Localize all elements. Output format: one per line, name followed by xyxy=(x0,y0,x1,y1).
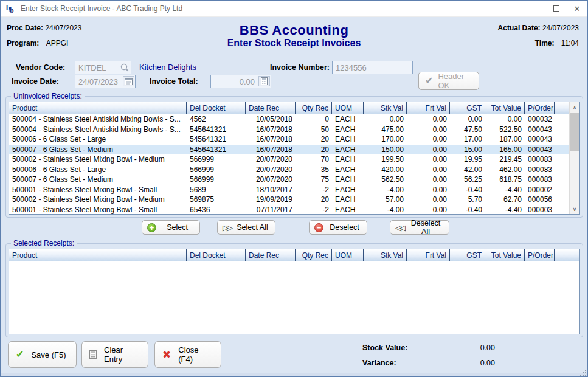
selected-receipts-label: Selected Receipts: xyxy=(11,239,77,247)
calculator-button[interactable] xyxy=(258,76,270,86)
table-cell: 20 xyxy=(296,134,332,145)
column-header-qty-rec[interactable]: Qty Rec xyxy=(296,102,332,114)
table-cell: 20 xyxy=(296,195,332,205)
clear-entry-button-label: Clear Entry xyxy=(104,345,140,364)
uninvoiced-table-body: 500004 - Stainless Steel Antiskid Mixing… xyxy=(9,114,569,214)
window-title: Enter Stock Receipt Invoice - ABC Tradin… xyxy=(21,4,182,13)
save-check-icon: ✔ xyxy=(16,350,24,359)
column-header-frt-val[interactable]: Frt Val xyxy=(407,102,450,114)
table-cell: 20/07/2020 xyxy=(246,175,296,185)
close-x-icon: ✖ xyxy=(162,350,171,360)
table-cell: 000032 xyxy=(525,114,555,125)
time-value: 11:04 xyxy=(561,39,579,47)
deselect-all-button[interactable]: ◁◁ Deselect All xyxy=(390,220,449,235)
save-button-label: Save (F5) xyxy=(31,350,66,359)
table-row[interactable]: 500004 - Stainless Steel Antiskid Mixing… xyxy=(9,114,569,125)
save-button[interactable]: ✔ Save (F5) xyxy=(8,341,77,368)
table-cell: -4.00 xyxy=(364,205,407,215)
maximize-button[interactable] xyxy=(546,1,567,16)
title-bar[interactable]: b b s Enter Stock Receipt Invoice - ABC … xyxy=(1,1,587,17)
select-button[interactable]: + Select xyxy=(142,220,200,235)
table-cell: 618.75 xyxy=(485,175,525,185)
actual-date-label: Actual Date: xyxy=(498,24,541,32)
table-cell: 70 xyxy=(296,154,332,165)
table-cell: 0.00 xyxy=(407,114,450,125)
column-header-product[interactable]: Product xyxy=(9,249,187,261)
table-cell: 19.95 xyxy=(450,154,485,165)
column-header-p-order[interactable]: P/Order xyxy=(525,102,555,114)
column-header-filler xyxy=(555,249,579,261)
select-all-button[interactable]: ▷▷ Select All xyxy=(217,220,275,235)
table-cell: 17.00 xyxy=(450,134,485,145)
table-row[interactable]: 500002 - Stainless Steel Mixing Bowl - M… xyxy=(9,195,569,205)
table-cell: EACH xyxy=(332,145,364,155)
table-row[interactable]: 500002 - Stainless Steel Mixing Bowl - M… xyxy=(9,154,569,165)
resize-grip[interactable] xyxy=(579,368,586,376)
calculator-icon xyxy=(261,77,268,85)
table-cell: -2 xyxy=(296,205,332,215)
table-cell: 500004 - Stainless Steel Antiskid Mixing… xyxy=(9,114,187,125)
table-cell: 000003 xyxy=(525,205,555,215)
scroll-down-icon[interactable]: ∨ xyxy=(570,204,579,214)
column-header-date-rec[interactable]: Date Rec xyxy=(246,102,296,114)
table-cell: 0.00 xyxy=(407,205,450,215)
table-row[interactable]: 500004 - Stainless Steel Antiskid Mixing… xyxy=(9,125,569,135)
table-row[interactable]: 500007 - 6 Glass Set - Medium56699920/07… xyxy=(9,175,569,185)
column-header-product[interactable]: Product xyxy=(9,102,187,114)
scroll-up-icon[interactable]: ∧ xyxy=(570,102,579,112)
table-cell: 500001 - Stainless Steel Mixing Bowl - S… xyxy=(9,185,187,195)
search-icon xyxy=(120,63,130,72)
uninvoiced-vertical-scrollbar[interactable]: ∧ ∨ xyxy=(569,102,579,214)
variance-label: Variance: xyxy=(362,359,396,367)
table-cell: 42.00 xyxy=(450,165,485,175)
clear-entry-button[interactable]: Clear Entry xyxy=(81,341,148,368)
table-cell: -2 xyxy=(296,185,332,195)
table-row[interactable]: 500006 - 6 Glass Set - Large56699920/07/… xyxy=(9,165,569,175)
selected-receipts-table: ProductDel DocketDate RecQty RecUOMStk V… xyxy=(9,249,580,334)
column-header-del-docket[interactable]: Del Docket xyxy=(187,102,246,114)
column-header-qty-rec[interactable]: Qty Rec xyxy=(296,249,332,261)
table-cell: 5.70 xyxy=(450,195,485,205)
close-f4-button[interactable]: ✖ Close (F4) xyxy=(154,341,221,368)
column-header-date-rec[interactable]: Date Rec xyxy=(246,249,296,261)
table-cell: 545641321 xyxy=(187,134,246,145)
variance-amount: 0.00 xyxy=(468,359,495,367)
table-cell: 000083 xyxy=(525,175,555,185)
invoice-number-input[interactable] xyxy=(332,61,413,74)
table-cell: 4562 xyxy=(187,114,246,125)
column-header-tot-value[interactable]: Tot Value xyxy=(485,249,525,261)
vendor-lookup-button[interactable] xyxy=(119,62,130,72)
table-cell: 562.50 xyxy=(364,175,407,185)
column-header-gst[interactable]: GST xyxy=(450,249,485,261)
column-header-tot-value[interactable]: Tot Value xyxy=(485,102,525,114)
table-cell: 219.45 xyxy=(485,154,525,165)
table-row[interactable]: 500007 - 6 Glass Set - Medium54564132116… xyxy=(9,145,569,155)
table-row[interactable]: 500001 - Stainless Steel Mixing Bowl - S… xyxy=(9,185,569,195)
deselect-button-label: Deselect xyxy=(327,223,362,232)
uninvoiced-receipts-group: Uninvoiced Receipts: ProductDel DocketDa… xyxy=(5,92,583,218)
column-header-frt-val[interactable]: Frt Val xyxy=(407,249,450,261)
column-header-stk-val[interactable]: Stk Val xyxy=(364,102,407,114)
column-header-del-docket[interactable]: Del Docket xyxy=(187,249,246,261)
column-header-stk-val[interactable]: Stk Val xyxy=(364,249,407,261)
time: Time: 11:04 xyxy=(535,39,579,47)
vendor-name-link[interactable]: Kitchen Delights xyxy=(139,63,196,72)
table-cell: 10/05/2018 xyxy=(246,114,296,125)
scrollbar-thumb[interactable] xyxy=(570,113,579,151)
table-row[interactable]: 500001 - Stainless Steel Mixing Bowl - S… xyxy=(9,205,569,215)
table-cell: 16/07/2018 xyxy=(246,134,296,145)
deselect-button[interactable]: − Deselect xyxy=(309,220,367,235)
column-header-uom[interactable]: UOM xyxy=(332,249,364,261)
column-header-p-order[interactable]: P/Order xyxy=(525,249,555,261)
column-header-uom[interactable]: UOM xyxy=(332,102,364,114)
table-cell: 0.00 xyxy=(407,154,450,165)
calendar-button[interactable] xyxy=(123,76,134,86)
close-button[interactable]: ✕ xyxy=(567,1,587,16)
table-cell: EACH xyxy=(332,125,364,135)
table-row[interactable]: 500006 - 6 Glass Set - Large54564132116/… xyxy=(9,134,569,145)
table-cell: 500002 - Stainless Steel Mixing Bowl - M… xyxy=(9,195,187,205)
table-cell: 16/07/2018 xyxy=(246,125,296,135)
table-cell: 07/11/2017 xyxy=(246,205,296,215)
column-header-gst[interactable]: GST xyxy=(450,102,485,114)
actual-date-value: 24/07/2023 xyxy=(542,24,579,32)
